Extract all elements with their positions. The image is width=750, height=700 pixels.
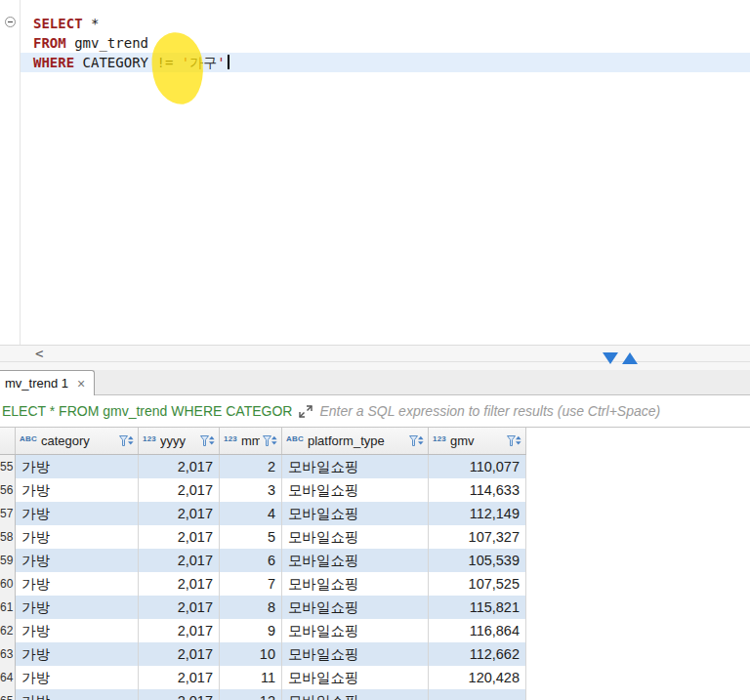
collapse-up-icon[interactable] — [622, 352, 638, 364]
grid-cell-mm[interactable]: 4 — [220, 502, 282, 525]
grid-cell-platform_type[interactable]: 모바일쇼핑 — [282, 549, 429, 572]
grid-cell-category[interactable]: 가방 — [16, 666, 139, 689]
grid-cell-gmv[interactable]: 110,077 — [429, 455, 526, 478]
grid-cell-yyyy[interactable]: 2,017 — [139, 642, 220, 666]
grid-cell-platform_type[interactable]: 모바일쇼핑 — [282, 525, 429, 549]
grid-cell-platform_type[interactable]: 모바일쇼핑 — [282, 478, 429, 502]
column-header-platform_type[interactable]: ABCplatform_type — [282, 428, 429, 454]
grid-cell-platform_type[interactable]: 모바일쇼핑 — [282, 666, 429, 689]
grid-cell-category[interactable]: 가방 — [16, 455, 139, 478]
grid-cell-category[interactable]: 가방 — [16, 549, 139, 572]
code-area[interactable]: SELECT *FROM gmv_trendWHERE CATEGORY != … — [0, 14, 750, 72]
grid-cell-mm[interactable]: 5 — [220, 525, 282, 549]
grid-cell-mm[interactable]: 2 — [220, 455, 282, 478]
grid-cell-gmv[interactable]: 112,149 — [429, 502, 526, 525]
close-icon[interactable]: × — [77, 377, 85, 391]
grid-cell-gmv[interactable]: 105,539 — [429, 549, 526, 572]
grid-cell-gmv[interactable]: 115,821 — [429, 596, 526, 619]
filter-sort-icon[interactable] — [409, 435, 424, 447]
grid-cell-mm[interactable]: 6 — [220, 549, 282, 572]
grid-cell-mm[interactable]: 9 — [220, 619, 282, 642]
results-tab-bar: mv_trend 1 × — [0, 370, 750, 395]
filter-sort-icon[interactable] — [119, 435, 134, 447]
grid-cell-gmv[interactable]: 120,428 — [429, 666, 526, 689]
grid-cell-mm[interactable]: 12 — [220, 689, 282, 700]
grid-cell-yyyy[interactable]: 2,017 — [139, 455, 220, 478]
grid-cell-category[interactable]: 가방 — [16, 619, 139, 642]
grid-cell-category[interactable]: 가방 — [16, 572, 139, 596]
code-fold-icon[interactable] — [5, 17, 16, 27]
column-label: yyyy — [160, 433, 197, 448]
text-type-icon: ABC — [286, 434, 304, 443]
sql-editor[interactable]: SELECT *FROM gmv_trendWHERE CATEGORY != … — [0, 0, 750, 345]
grid-cell-yyyy[interactable]: 2,017 — [139, 572, 220, 596]
code-line[interactable]: WHERE CATEGORY != '가구' — [21, 53, 750, 72]
grid-cell-yyyy[interactable]: 2,017 — [139, 596, 220, 619]
row-number[interactable]: 64 — [0, 666, 16, 689]
row-number[interactable]: 60 — [0, 572, 16, 596]
grid-cell-mm[interactable]: 7 — [220, 572, 282, 596]
grid-cell-gmv[interactable]: 112,662 — [429, 642, 526, 666]
grid-cell-mm[interactable]: 3 — [220, 478, 282, 502]
grid-cell-platform_type[interactable]: 모바일쇼핑 — [282, 596, 429, 619]
grid-cell-mm[interactable]: 11 — [220, 666, 282, 689]
numeric-type-icon: 123 — [433, 434, 446, 443]
row-number[interactable]: 59 — [0, 549, 16, 572]
grid-cell-yyyy[interactable]: 2,017 — [139, 502, 220, 525]
column-header-category[interactable]: ABCcategory — [16, 428, 139, 454]
column-header-gmv[interactable]: 123gmv — [429, 428, 526, 454]
grid-cell-yyyy[interactable]: 2,017 — [139, 478, 220, 502]
grid-corner-cell[interactable] — [0, 428, 16, 454]
grid-cell-mm[interactable]: 8 — [220, 596, 282, 619]
row-number[interactable]: 57 — [0, 502, 16, 525]
filter-sort-icon[interactable] — [507, 435, 521, 447]
filter-query-text: ELECT * FROM gmv_trend WHERE CATEGOR — [2, 403, 292, 419]
code-line[interactable]: SELECT * — [0, 14, 750, 33]
row-number[interactable]: 65 — [0, 689, 16, 700]
grid-cell-gmv[interactable]: 116,864 — [429, 619, 526, 642]
row-number[interactable]: 58 — [0, 525, 16, 549]
code-line[interactable]: FROM gmv_trend — [0, 33, 750, 53]
grid-cell-yyyy[interactable]: 2,017 — [139, 666, 220, 689]
grid-cell-category[interactable]: 가방 — [16, 642, 139, 666]
grid-cell-category[interactable]: 가방 — [16, 596, 139, 619]
expand-filter-icon[interactable] — [299, 405, 312, 418]
code-token — [173, 55, 181, 70]
filter-sort-icon[interactable] — [200, 435, 215, 447]
filter-sort-icon[interactable] — [263, 435, 277, 447]
code-token: ' — [217, 55, 225, 70]
row-number[interactable]: 55 — [0, 455, 16, 478]
scroll-left-icon[interactable]: < — [35, 346, 43, 361]
grid-cell-category[interactable]: 가방 — [16, 502, 139, 525]
grid-cell-category[interactable]: 가방 — [16, 689, 139, 700]
grid-cell-gmv[interactable]: 107,525 — [429, 572, 526, 596]
grid-cell-yyyy[interactable]: 2,017 — [139, 549, 220, 572]
grid-cell-category[interactable]: 가방 — [16, 478, 139, 502]
grid-cell-platform_type[interactable]: 모바일쇼핑 — [282, 572, 429, 596]
column-header-mm[interactable]: 123mm — [220, 428, 282, 454]
collapse-down-icon[interactable] — [603, 352, 618, 364]
row-number[interactable]: 56 — [0, 478, 16, 502]
grid-cell-gmv[interactable] — [429, 689, 526, 700]
grid-cell-yyyy[interactable]: 2,017 — [139, 525, 220, 549]
row-number[interactable]: 63 — [0, 642, 16, 666]
grid-cell-yyyy[interactable]: 2,017 — [139, 619, 220, 642]
grid-cell-gmv[interactable]: 107,327 — [429, 525, 526, 549]
column-label: gmv — [450, 433, 504, 448]
grid-cell-yyyy[interactable]: 2,017 — [139, 689, 220, 700]
code-token: 가구 — [189, 55, 217, 70]
column-header-yyyy[interactable]: 123yyyy — [139, 428, 220, 454]
grid-cell-platform_type[interactable]: 모바일쇼핑 — [282, 689, 429, 700]
code-token: FROM — [33, 35, 66, 51]
tab-gmv-trend-1[interactable]: mv_trend 1 × — [0, 370, 95, 395]
grid-cell-platform_type[interactable]: 모바일쇼핑 — [282, 502, 429, 525]
grid-cell-platform_type[interactable]: 모바일쇼핑 — [282, 619, 429, 642]
grid-cell-category[interactable]: 가방 — [16, 525, 139, 549]
filter-input[interactable]: Enter a SQL expression to filter results… — [319, 402, 744, 420]
row-number[interactable]: 62 — [0, 619, 16, 642]
grid-cell-platform_type[interactable]: 모바일쇼핑 — [282, 455, 429, 478]
grid-cell-gmv[interactable]: 114,633 — [429, 478, 526, 502]
row-number[interactable]: 61 — [0, 596, 16, 619]
grid-cell-mm[interactable]: 10 — [220, 642, 282, 666]
grid-cell-platform_type[interactable]: 모바일쇼핑 — [282, 642, 429, 666]
